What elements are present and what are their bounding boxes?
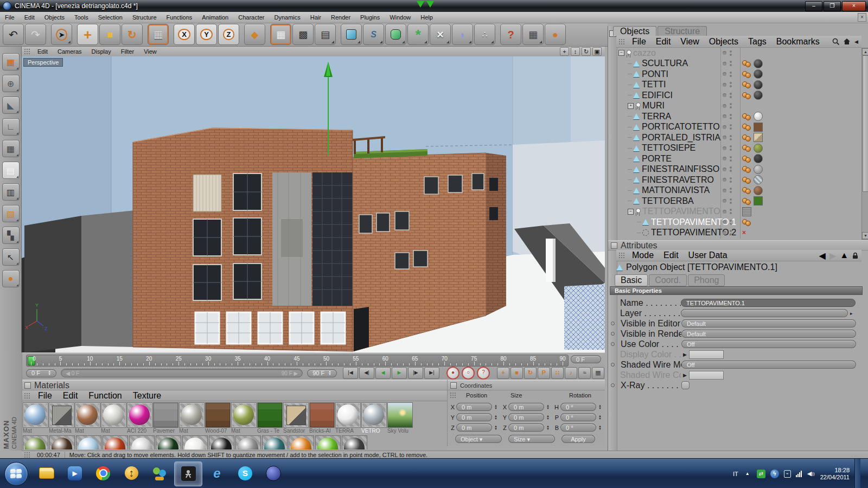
coordinate-stepper-icon[interactable]: ▲▼ — [598, 404, 602, 410]
material-preview[interactable] — [49, 402, 74, 428]
material-tag-icon[interactable] — [754, 123, 763, 132]
coordinate-value[interactable]: 0 m — [508, 423, 544, 432]
toolbar-help-tool-button[interactable]: ? — [500, 24, 521, 45]
polygon-object-icon[interactable] — [633, 61, 640, 67]
render-dot-icon[interactable] — [730, 85, 732, 87]
menu-item-edit[interactable]: Edit — [58, 391, 84, 401]
toolbar-xpresso-editor-button[interactable]: ▦ — [522, 24, 544, 45]
expand-color-icon[interactable]: ▶ — [683, 352, 687, 357]
visibility-dots[interactable] — [723, 198, 740, 204]
panel-pin-icon[interactable] — [24, 382, 31, 389]
expand-expanded-icon[interactable]: − — [628, 209, 634, 215]
palette-edges-mode-button[interactable]: ▥ — [2, 183, 20, 201]
visibility-dots[interactable] — [723, 220, 740, 225]
coordinate-value[interactable]: 0 m — [456, 403, 492, 411]
texture-tag-icon[interactable] — [742, 81, 751, 88]
editor-render-dots[interactable] — [730, 82, 732, 87]
toolbar-coordinate-system-button[interactable]: ◆ — [244, 24, 265, 45]
taskbar-skype-button[interactable]: S — [232, 461, 259, 485]
render-dot-icon[interactable] — [730, 202, 732, 204]
animatable-dot-icon[interactable] — [611, 322, 615, 325]
animatable-dot-icon[interactable] — [611, 363, 615, 367]
material-tag-icon[interactable] — [742, 207, 751, 216]
drag-grip-icon[interactable] — [450, 392, 456, 399]
polygon-object-icon[interactable] — [633, 145, 640, 151]
visibility-dots[interactable] — [723, 156, 740, 162]
material-item[interactable] — [289, 435, 314, 450]
coordinate-value[interactable]: 0 m — [456, 413, 492, 421]
polygon-object-icon[interactable] — [633, 71, 640, 77]
material-tag-icon[interactable] — [754, 186, 763, 195]
material-tag-icon[interactable] — [754, 154, 763, 163]
menu-item-render[interactable]: Render — [326, 12, 355, 23]
palette-convert-editable-button[interactable]: ▦ — [2, 53, 20, 70]
enable-dot-icon[interactable] — [723, 189, 726, 192]
material-tag-icon[interactable] — [754, 175, 763, 184]
network-signal-icon[interactable] — [796, 471, 802, 477]
sound-toggle-button[interactable]: ♪ — [565, 367, 577, 379]
toolbar-add-deformer-button[interactable]: × — [430, 24, 451, 45]
taskbar-media-player-app-button[interactable] — [260, 461, 287, 485]
tray-expand-icon[interactable]: ▲ — [743, 470, 752, 478]
panel-pin-icon[interactable] — [611, 242, 617, 249]
editor-dot-icon[interactable] — [730, 156, 732, 158]
material-item[interactable] — [342, 435, 367, 450]
attr-tab-basic[interactable]: Basic — [615, 274, 648, 286]
visibility-dots[interactable] — [723, 72, 740, 77]
magnet-toggle-button[interactable]: ≈ — [578, 367, 591, 379]
menu-item-bookmarks[interactable]: Bookmarks — [771, 37, 825, 47]
polygon-object-icon[interactable] — [633, 198, 640, 204]
editor-dot-icon[interactable] — [730, 50, 732, 53]
autokeying-button[interactable]: ○ — [462, 367, 475, 380]
toolbar-online-updater-button[interactable]: ● — [545, 24, 566, 45]
material-item[interactable] — [315, 435, 341, 450]
editor-dot-icon[interactable] — [730, 114, 732, 116]
drag-grip-icon[interactable] — [618, 38, 625, 45]
menu-item-structure[interactable]: Structure — [127, 12, 162, 23]
language-indicator[interactable]: IT — [733, 471, 738, 477]
layer-dropdown[interactable] — [681, 309, 848, 317]
enable-dot-icon[interactable] — [723, 168, 726, 171]
enable-dot-icon[interactable] — [723, 125, 726, 129]
menu-item-edit[interactable]: Edit — [33, 48, 53, 55]
coordinate-value[interactable]: 0 ° — [560, 403, 596, 411]
enable-dot-icon[interactable] — [723, 220, 726, 224]
toolbar-redo-button[interactable]: ↷ — [25, 24, 46, 45]
close-button[interactable]: × — [842, 1, 866, 11]
lightning-tray-icon[interactable]: ϟ — [770, 470, 779, 478]
end-frame-field[interactable]: 90 F▲▼ — [307, 369, 337, 377]
render-dot-icon[interactable] — [730, 106, 732, 108]
parent-object-icon[interactable]: ▲ — [840, 251, 848, 260]
material-item[interactable]: Mat — [179, 402, 205, 434]
render-dot-icon[interactable] — [730, 138, 732, 140]
menu-item-window[interactable]: Window — [385, 12, 416, 23]
coordinate-field[interactable]: 0 °▲▼ — [560, 403, 602, 411]
material-item[interactable]: Sandstor — [283, 402, 309, 434]
menu-item-texture[interactable]: Texture — [127, 391, 167, 401]
close-document-button[interactable]: × — [858, 13, 866, 22]
coordinate-stepper-icon[interactable]: ▲▼ — [546, 415, 550, 420]
attribute-dropdown[interactable]: Off — [681, 361, 856, 369]
render-dot-icon[interactable] — [730, 54, 732, 56]
render-dot-icon[interactable] — [730, 96, 732, 98]
material-item[interactable]: Pavemer — [153, 402, 178, 434]
palette-texture-axis-mode-button[interactable]: ▚ — [2, 227, 20, 244]
expand-expanded-icon[interactable]: − — [618, 50, 624, 56]
material-preview[interactable] — [127, 402, 152, 428]
polygon-object-icon[interactable] — [633, 82, 640, 88]
editor-render-dots[interactable] — [730, 166, 732, 172]
material-item[interactable]: ACI 220 — [127, 402, 152, 434]
toolbar-add-hypernurbs-button[interactable] — [385, 24, 406, 45]
dolly-view-icon[interactable]: ↕ — [571, 47, 580, 56]
history-forward-icon[interactable]: ▶ — [829, 251, 836, 261]
enable-dot-icon[interactable] — [723, 114, 726, 118]
coordinate-value[interactable]: 0 m — [508, 413, 544, 421]
material-preview[interactable] — [231, 402, 257, 428]
scroll-left-icon[interactable]: ◀ — [854, 39, 858, 44]
tab-structure[interactable]: Structure — [658, 26, 707, 36]
apply-button[interactable]: Apply — [561, 435, 595, 443]
toolbar-lock-x-axis-button[interactable]: X — [174, 24, 195, 45]
toolbar-live-selection-button[interactable]: ➤ — [51, 24, 72, 45]
editor-render-dots[interactable] — [730, 103, 732, 108]
next-frame-button[interactable]: |▶ — [408, 367, 423, 379]
